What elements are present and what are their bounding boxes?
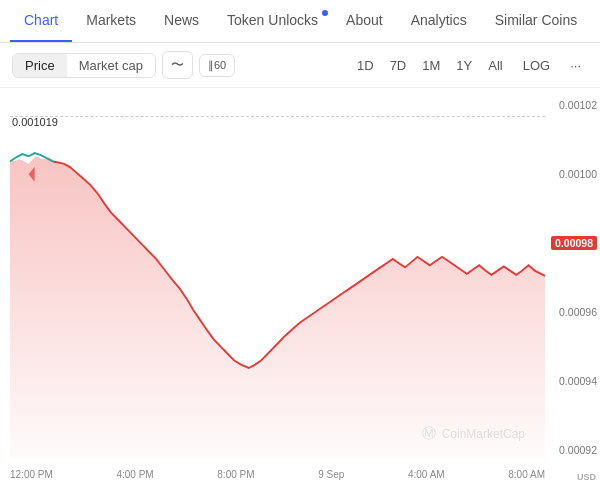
usd-label: USD [577, 472, 596, 482]
more-button[interactable]: ··· [563, 54, 588, 77]
log-button[interactable]: LOG [516, 54, 557, 77]
time-all[interactable]: All [481, 54, 509, 77]
current-price-badge: 0.00098 [551, 236, 597, 250]
tab-analytics-label: Analytics [411, 12, 467, 28]
tab-similar-coins[interactable]: Similar Coins [481, 0, 591, 42]
tab-chart-label: Chart [24, 12, 58, 28]
nav-tabs: Chart Markets News Token Unlocks About A… [0, 0, 600, 43]
y-tick-4: 0.00096 [551, 307, 597, 318]
tab-token-unlocks-label: Token Unlocks [227, 12, 318, 28]
y-axis: 0.00102 0.00100 0.00098 0.00096 0.00094 … [551, 98, 597, 458]
tab-similar-coins-label: Similar Coins [495, 12, 577, 28]
time-1y[interactable]: 1Y [449, 54, 479, 77]
tab-markets[interactable]: Markets [72, 0, 150, 42]
time-1m[interactable]: 1M [415, 54, 447, 77]
chart-inner: 0.00102 0.00100 0.00098 0.00096 0.00094 … [10, 98, 545, 458]
x-axis: 12:00 PM 4:00 PM 8:00 PM 9 Sep 4:00 AM 8… [10, 469, 545, 480]
x-tick-6: 8:00 AM [508, 469, 545, 480]
tab-news-label: News [164, 12, 199, 28]
x-tick-4: 9 Sep [318, 469, 344, 480]
chart-area: 0.001019 0.00102 0.00100 0.0009 [0, 88, 600, 488]
marketcap-button[interactable]: Market cap [67, 54, 155, 77]
tab-token-unlocks[interactable]: Token Unlocks [213, 0, 332, 42]
price-marketcap-toggle: Price Market cap [12, 53, 156, 78]
candle-chart-button[interactable]: ∥60 [199, 54, 235, 77]
tab-chart[interactable]: Chart [10, 0, 72, 42]
price-button[interactable]: Price [13, 54, 67, 77]
price-chart-svg [10, 98, 545, 458]
chart-toolbar: Price Market cap 〜 ∥60 1D 7D 1M 1Y All L… [0, 43, 600, 88]
y-tick-5: 0.00094 [551, 376, 597, 387]
x-tick-1: 12:00 PM [10, 469, 53, 480]
candle-chart-icon: ∥60 [208, 59, 226, 72]
line-chart-icon: 〜 [171, 56, 184, 74]
line-chart-button[interactable]: 〜 [162, 51, 193, 79]
tab-news[interactable]: News [150, 0, 213, 42]
y-tick-2: 0.00100 [551, 169, 597, 180]
x-tick-5: 4:00 AM [408, 469, 445, 480]
time-7d[interactable]: 7D [383, 54, 414, 77]
y-tick-3: 0.00098 [551, 238, 597, 249]
watermark-text: CoinMarketCap [442, 427, 525, 441]
time-range-group: 1D 7D 1M 1Y All [350, 54, 510, 77]
tab-about[interactable]: About [332, 0, 397, 42]
token-unlocks-dot [322, 10, 328, 16]
watermark: Ⓜ CoinMarketCap [422, 425, 525, 443]
tab-markets-label: Markets [86, 12, 136, 28]
y-tick-1: 0.00102 [551, 100, 597, 111]
tab-about-label: About [346, 12, 383, 28]
y-tick-6: 0.00092 [551, 445, 597, 456]
tab-analytics[interactable]: Analytics [397, 0, 481, 42]
x-tick-3: 8:00 PM [217, 469, 254, 480]
time-1d[interactable]: 1D [350, 54, 381, 77]
x-tick-2: 4:00 PM [116, 469, 153, 480]
